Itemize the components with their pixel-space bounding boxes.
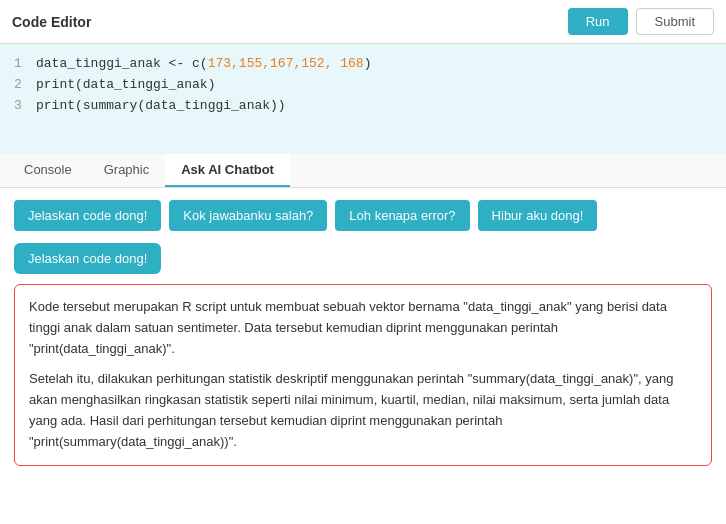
- code-editor-header: Code Editor Run Submit: [0, 0, 726, 44]
- quick-btn-hibur[interactable]: Hibur aku dong!: [478, 200, 598, 231]
- line-number-2: 2: [14, 75, 26, 96]
- line-number-3: 3: [14, 96, 26, 117]
- code-numbers-1: 173,155,167,152, 168: [208, 56, 364, 71]
- code-text-3: print(summary(data_tinggi_anak)): [36, 96, 286, 117]
- line-number-1: 1: [14, 54, 26, 75]
- chat-response-paragraph-2: Setelah itu, dilakukan perhitungan stati…: [29, 369, 697, 452]
- header-buttons: Run Submit: [568, 8, 714, 35]
- chat-response-paragraph-1: Kode tersebut merupakan R script untuk m…: [29, 297, 697, 359]
- quick-btn-jelaskan[interactable]: Jelaskan code dong!: [14, 200, 161, 231]
- chat-section: Jelaskan code dong! Kode tersebut merupa…: [0, 243, 726, 524]
- tab-console[interactable]: Console: [8, 154, 88, 187]
- tab-ask-ai-chatbot[interactable]: Ask AI Chatbot: [165, 154, 290, 187]
- submit-button[interactable]: Submit: [636, 8, 714, 35]
- quick-btn-error[interactable]: Loh kenapa error?: [335, 200, 469, 231]
- tabs-bar: Console Graphic Ask AI Chatbot: [0, 154, 726, 188]
- code-text-2: print(data_tinggi_anak): [36, 75, 215, 96]
- code-line-3: 3 print(summary(data_tinggi_anak)): [14, 96, 712, 117]
- code-area: 1 data_tinggi_anak <- c(173,155,167,152,…: [0, 44, 726, 154]
- quick-btn-salah[interactable]: Kok jawabanku salah?: [169, 200, 327, 231]
- quick-buttons-area: Jelaskan code dong! Kok jawabanku salah?…: [0, 188, 726, 243]
- code-line-1: 1 data_tinggi_anak <- c(173,155,167,152,…: [14, 54, 712, 75]
- code-line-2: 2 print(data_tinggi_anak): [14, 75, 712, 96]
- chat-user-message: Jelaskan code dong!: [14, 243, 161, 274]
- chat-response: Kode tersebut merupakan R script untuk m…: [14, 284, 712, 466]
- tab-graphic[interactable]: Graphic: [88, 154, 166, 187]
- run-button[interactable]: Run: [568, 8, 628, 35]
- code-editor-title: Code Editor: [12, 14, 91, 30]
- code-text-1: data_tinggi_anak <- c(173,155,167,152, 1…: [36, 54, 371, 75]
